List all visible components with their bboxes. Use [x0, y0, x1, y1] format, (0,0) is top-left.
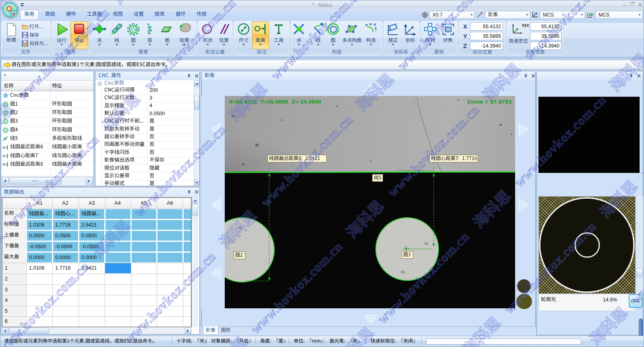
svg-text:M: M: [12, 12, 15, 17]
